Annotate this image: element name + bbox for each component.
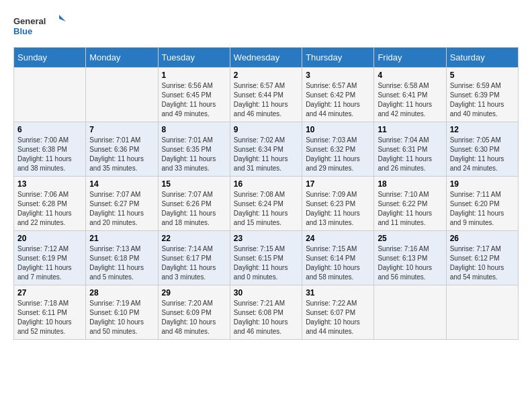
day-number: 13 bbox=[17, 179, 82, 189]
day-cell: 31Sunrise: 7:22 AM Sunset: 6:07 PM Dayli… bbox=[302, 285, 374, 340]
day-info: Sunrise: 7:00 AM Sunset: 6:38 PM Dayligh… bbox=[17, 136, 82, 173]
day-cell: 7Sunrise: 7:01 AM Sunset: 6:36 PM Daylig… bbox=[86, 122, 158, 177]
day-info: Sunrise: 7:21 AM Sunset: 6:08 PM Dayligh… bbox=[234, 299, 298, 336]
day-info: Sunrise: 7:22 AM Sunset: 6:07 PM Dayligh… bbox=[306, 299, 370, 336]
week-row-4: 20Sunrise: 7:12 AM Sunset: 6:19 PM Dayli… bbox=[14, 231, 519, 285]
header-monday: Monday bbox=[86, 48, 158, 68]
day-info: Sunrise: 6:57 AM Sunset: 6:42 PM Dayligh… bbox=[306, 81, 370, 119]
day-info: Sunrise: 7:02 AM Sunset: 6:34 PM Dayligh… bbox=[234, 136, 298, 173]
day-cell: 1Sunrise: 6:56 AM Sunset: 6:45 PM Daylig… bbox=[158, 68, 230, 122]
day-info: Sunrise: 7:13 AM Sunset: 6:18 PM Dayligh… bbox=[89, 244, 154, 282]
day-cell: 14Sunrise: 7:07 AM Sunset: 6:27 PM Dayli… bbox=[86, 177, 158, 231]
day-info: Sunrise: 7:01 AM Sunset: 6:35 PM Dayligh… bbox=[162, 136, 226, 173]
day-info: Sunrise: 7:10 AM Sunset: 6:22 PM Dayligh… bbox=[378, 190, 442, 228]
day-cell: 30Sunrise: 7:21 AM Sunset: 6:08 PM Dayli… bbox=[230, 285, 302, 340]
header-thursday: Thursday bbox=[302, 48, 374, 68]
day-info: Sunrise: 7:11 AM Sunset: 6:20 PM Dayligh… bbox=[450, 190, 515, 228]
week-row-1: 1Sunrise: 6:56 AM Sunset: 6:45 PM Daylig… bbox=[14, 68, 519, 122]
day-cell: 18Sunrise: 7:10 AM Sunset: 6:22 PM Dayli… bbox=[374, 177, 446, 231]
day-cell: 25Sunrise: 7:16 AM Sunset: 6:13 PM Dayli… bbox=[374, 231, 446, 285]
calendar-table: SundayMondayTuesdayWednesdayThursdayFrid… bbox=[13, 47, 519, 340]
day-number: 24 bbox=[306, 234, 370, 243]
day-info: Sunrise: 7:16 AM Sunset: 6:13 PM Dayligh… bbox=[378, 244, 442, 282]
day-cell: 11Sunrise: 7:04 AM Sunset: 6:31 PM Dayli… bbox=[374, 122, 446, 177]
day-cell: 27Sunrise: 7:18 AM Sunset: 6:11 PM Dayli… bbox=[14, 285, 86, 340]
day-cell: 19Sunrise: 7:11 AM Sunset: 6:20 PM Dayli… bbox=[446, 177, 518, 231]
day-cell: 28Sunrise: 7:19 AM Sunset: 6:10 PM Dayli… bbox=[86, 285, 158, 340]
day-cell: 17Sunrise: 7:09 AM Sunset: 6:23 PM Dayli… bbox=[302, 177, 374, 231]
day-info: Sunrise: 7:07 AM Sunset: 6:27 PM Dayligh… bbox=[89, 190, 154, 228]
day-number: 20 bbox=[17, 234, 82, 243]
day-number: 7 bbox=[89, 125, 154, 134]
header-friday: Friday bbox=[374, 48, 446, 68]
day-number: 16 bbox=[234, 179, 298, 189]
day-cell: 15Sunrise: 7:07 AM Sunset: 6:26 PM Dayli… bbox=[158, 177, 230, 231]
week-row-5: 27Sunrise: 7:18 AM Sunset: 6:11 PM Dayli… bbox=[14, 285, 519, 340]
day-cell: 24Sunrise: 7:15 AM Sunset: 6:14 PM Dayli… bbox=[302, 231, 374, 285]
day-number: 31 bbox=[306, 288, 370, 298]
day-number: 9 bbox=[234, 125, 298, 134]
day-number: 8 bbox=[162, 125, 226, 134]
day-info: Sunrise: 7:14 AM Sunset: 6:17 PM Dayligh… bbox=[162, 244, 226, 282]
day-number: 19 bbox=[450, 179, 515, 189]
day-cell: 5Sunrise: 6:59 AM Sunset: 6:39 PM Daylig… bbox=[446, 68, 518, 122]
day-number: 22 bbox=[162, 234, 226, 243]
day-number: 28 bbox=[89, 288, 154, 298]
day-number: 12 bbox=[450, 125, 515, 134]
day-cell: 2Sunrise: 6:57 AM Sunset: 6:44 PM Daylig… bbox=[230, 68, 302, 122]
day-cell: 10Sunrise: 7:03 AM Sunset: 6:32 PM Dayli… bbox=[302, 122, 374, 177]
day-info: Sunrise: 7:07 AM Sunset: 6:26 PM Dayligh… bbox=[162, 190, 226, 228]
svg-marker-2 bbox=[59, 15, 66, 21]
day-cell bbox=[14, 68, 86, 122]
day-number: 1 bbox=[162, 71, 226, 80]
day-info: Sunrise: 7:20 AM Sunset: 6:09 PM Dayligh… bbox=[162, 299, 226, 336]
day-cell: 13Sunrise: 7:06 AM Sunset: 6:28 PM Dayli… bbox=[14, 177, 86, 231]
day-number: 30 bbox=[234, 288, 298, 298]
day-info: Sunrise: 7:09 AM Sunset: 6:23 PM Dayligh… bbox=[306, 190, 370, 228]
day-info: Sunrise: 6:57 AM Sunset: 6:44 PM Dayligh… bbox=[234, 81, 298, 119]
day-cell: 9Sunrise: 7:02 AM Sunset: 6:34 PM Daylig… bbox=[230, 122, 302, 177]
day-cell: 20Sunrise: 7:12 AM Sunset: 6:19 PM Dayli… bbox=[14, 231, 86, 285]
day-number: 25 bbox=[378, 234, 442, 243]
day-cell bbox=[446, 285, 518, 340]
day-number: 17 bbox=[306, 179, 370, 189]
day-number: 14 bbox=[89, 179, 154, 189]
day-cell: 8Sunrise: 7:01 AM Sunset: 6:35 PM Daylig… bbox=[158, 122, 230, 177]
day-number: 4 bbox=[378, 71, 442, 80]
day-cell: 4Sunrise: 6:58 AM Sunset: 6:41 PM Daylig… bbox=[374, 68, 446, 122]
day-info: Sunrise: 6:59 AM Sunset: 6:39 PM Dayligh… bbox=[450, 81, 515, 119]
calendar-header-row: SundayMondayTuesdayWednesdayThursdayFrid… bbox=[14, 48, 519, 68]
day-cell: 29Sunrise: 7:20 AM Sunset: 6:09 PM Dayli… bbox=[158, 285, 230, 340]
day-cell bbox=[86, 68, 158, 122]
day-cell: 26Sunrise: 7:17 AM Sunset: 6:12 PM Dayli… bbox=[446, 231, 518, 285]
day-cell: 6Sunrise: 7:00 AM Sunset: 6:38 PM Daylig… bbox=[14, 122, 86, 177]
day-number: 10 bbox=[306, 125, 370, 134]
day-number: 15 bbox=[162, 179, 226, 189]
day-number: 29 bbox=[162, 288, 226, 298]
day-cell: 22Sunrise: 7:14 AM Sunset: 6:17 PM Dayli… bbox=[158, 231, 230, 285]
day-cell: 12Sunrise: 7:05 AM Sunset: 6:30 PM Dayli… bbox=[446, 122, 518, 177]
day-info: Sunrise: 6:56 AM Sunset: 6:45 PM Dayligh… bbox=[162, 81, 226, 119]
day-number: 26 bbox=[450, 234, 515, 243]
header-sunday: Sunday bbox=[14, 48, 86, 68]
day-info: Sunrise: 7:12 AM Sunset: 6:19 PM Dayligh… bbox=[17, 244, 82, 282]
day-number: 3 bbox=[306, 71, 370, 80]
day-info: Sunrise: 7:05 AM Sunset: 6:30 PM Dayligh… bbox=[450, 136, 515, 173]
day-number: 18 bbox=[378, 179, 442, 189]
day-info: Sunrise: 7:15 AM Sunset: 6:14 PM Dayligh… bbox=[306, 244, 370, 282]
logo: General Blue bbox=[13, 13, 67, 40]
page-header: General Blue bbox=[13, 13, 519, 40]
logo-svg: General Blue bbox=[13, 13, 67, 40]
header-wednesday: Wednesday bbox=[230, 48, 302, 68]
day-info: Sunrise: 7:18 AM Sunset: 6:11 PM Dayligh… bbox=[17, 299, 82, 336]
day-info: Sunrise: 7:03 AM Sunset: 6:32 PM Dayligh… bbox=[306, 136, 370, 173]
day-info: Sunrise: 7:04 AM Sunset: 6:31 PM Dayligh… bbox=[378, 136, 442, 173]
day-info: Sunrise: 7:17 AM Sunset: 6:12 PM Dayligh… bbox=[450, 244, 515, 282]
week-row-3: 13Sunrise: 7:06 AM Sunset: 6:28 PM Dayli… bbox=[14, 177, 519, 231]
day-info: Sunrise: 7:01 AM Sunset: 6:36 PM Dayligh… bbox=[89, 136, 154, 173]
day-cell: 16Sunrise: 7:08 AM Sunset: 6:24 PM Dayli… bbox=[230, 177, 302, 231]
day-info: Sunrise: 7:08 AM Sunset: 6:24 PM Dayligh… bbox=[234, 190, 298, 228]
day-info: Sunrise: 7:19 AM Sunset: 6:10 PM Dayligh… bbox=[89, 299, 154, 336]
day-cell bbox=[374, 285, 446, 340]
svg-text:General: General bbox=[13, 16, 46, 26]
